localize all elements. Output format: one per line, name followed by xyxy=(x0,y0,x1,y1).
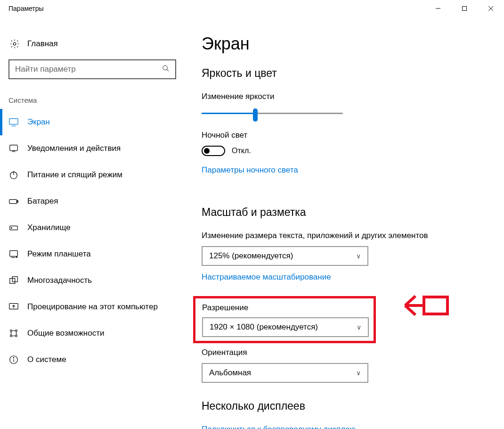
window-controls xyxy=(425,0,504,17)
chevron-down-icon: ∨ xyxy=(356,369,361,377)
svg-point-27 xyxy=(13,357,14,358)
scale-value: 125% (рекомендуется) xyxy=(209,251,293,261)
sidebar-item-multitask[interactable]: Многозадачность xyxy=(0,267,183,294)
svg-point-5 xyxy=(163,66,167,70)
page-title: Экран xyxy=(202,34,490,54)
svg-point-4 xyxy=(13,42,16,45)
about-icon xyxy=(8,355,19,365)
sidebar-item-label: Уведомления и действия xyxy=(27,144,121,153)
sidebar-item-project[interactable]: Проецирование на этот компьютер xyxy=(0,294,183,320)
toggle-knob xyxy=(204,148,210,154)
multi-displays-heading: Несколько дисплеев xyxy=(202,400,490,412)
orientation-select[interactable]: Альбомная ∨ xyxy=(202,363,368,383)
sidebar-item-notifications[interactable]: Уведомления и действия xyxy=(0,135,183,162)
svg-rect-9 xyxy=(10,145,18,151)
maximize-button[interactable] xyxy=(451,0,478,17)
resolution-select[interactable]: 1920 × 1080 (рекомендуется) ∨ xyxy=(202,317,369,337)
sidebar-item-label: Общие возможности xyxy=(27,329,104,338)
search-input[interactable] xyxy=(15,65,162,74)
battery-icon xyxy=(8,196,19,206)
sidebar-item-label: Режим планшета xyxy=(27,249,91,259)
svg-point-15 xyxy=(11,228,12,229)
project-icon xyxy=(8,302,19,312)
resolution-highlight: Разрешение 1920 × 1080 (рекомендуется) ∨ xyxy=(193,296,376,343)
sidebar-item-shared[interactable]: Общие возможности xyxy=(0,320,183,346)
sidebar-nav: Экран Уведомления и действия Питание и с… xyxy=(0,109,183,373)
svg-rect-16 xyxy=(10,251,18,256)
titlebar: Параметры xyxy=(0,0,504,17)
orientation-label: Ориентация xyxy=(202,348,490,357)
svg-rect-1 xyxy=(463,7,467,11)
night-light-label: Ночной свет xyxy=(202,131,490,140)
search-box[interactable] xyxy=(8,59,176,79)
sidebar: Главная Система Экран Уведомления и дейс… xyxy=(0,17,183,429)
custom-scaling-link[interactable]: Настраиваемое масштабирование xyxy=(202,272,331,282)
sidebar-group-label: Система xyxy=(8,96,183,104)
sidebar-item-label: Хранилище xyxy=(27,223,71,232)
svg-point-24 xyxy=(16,335,17,337)
sidebar-item-label: Экран xyxy=(27,117,50,127)
night-light-state: Откл. xyxy=(232,147,251,155)
svg-point-23 xyxy=(10,335,12,337)
notifications-icon xyxy=(8,143,19,154)
scale-label: Изменение размера текста, приложений и д… xyxy=(202,231,490,240)
sidebar-item-label: О системе xyxy=(27,355,66,364)
shared-icon xyxy=(8,328,19,338)
search-icon xyxy=(162,65,170,74)
chevron-down-icon: ∨ xyxy=(356,252,361,260)
sidebar-item-label: Многозадачность xyxy=(27,276,92,285)
chevron-down-icon: ∨ xyxy=(357,323,361,331)
orientation-value: Альбомная xyxy=(209,368,251,378)
sidebar-item-label: Питание и спящий режим xyxy=(27,170,122,180)
sidebar-item-about[interactable]: О системе xyxy=(0,346,183,373)
close-button[interactable] xyxy=(478,0,504,17)
svg-point-22 xyxy=(16,330,17,332)
wireless-display-link[interactable]: Подключиться к беспроводному дисплею xyxy=(202,425,356,429)
slider-thumb[interactable] xyxy=(253,108,258,122)
window-title: Параметры xyxy=(8,5,44,12)
svg-point-21 xyxy=(10,330,12,332)
sidebar-item-display[interactable]: Экран xyxy=(0,109,183,135)
sidebar-item-label: Проецирование на этот компьютер xyxy=(27,302,158,312)
sidebar-item-battery[interactable]: Батарея xyxy=(0,188,183,214)
brightness-slider[interactable] xyxy=(202,107,343,120)
resolution-value: 1920 × 1080 (рекомендуется) xyxy=(210,322,318,332)
svg-line-6 xyxy=(167,69,169,71)
storage-icon xyxy=(8,223,19,233)
brightness-slider-label: Изменение яркости xyxy=(202,92,490,101)
night-light-settings-link[interactable]: Параметры ночного света xyxy=(202,165,298,175)
scale-select[interactable]: 125% (рекомендуется) ∨ xyxy=(202,246,368,266)
sidebar-item-power[interactable]: Питание и спящий режим xyxy=(0,162,183,188)
tablet-icon xyxy=(8,249,19,259)
power-icon xyxy=(8,170,19,180)
sidebar-item-storage[interactable]: Хранилище xyxy=(0,214,183,241)
sidebar-item-tablet[interactable]: Режим планшета xyxy=(0,241,183,267)
svg-point-17 xyxy=(16,257,17,258)
annotation-arrow xyxy=(396,287,452,326)
main-content: Экран Яркость и цвет Изменение яркости Н… xyxy=(183,17,504,429)
gear-icon xyxy=(9,39,20,49)
multitask-icon xyxy=(8,275,19,286)
scale-heading: Масштаб и разметка xyxy=(202,206,490,219)
home-label: Главная xyxy=(27,39,58,49)
slider-fill xyxy=(202,113,255,114)
resolution-label: Разрешение xyxy=(202,303,367,313)
display-icon xyxy=(8,117,19,127)
minimize-button[interactable] xyxy=(425,0,451,17)
sidebar-item-label: Батарея xyxy=(27,197,58,206)
svg-rect-12 xyxy=(9,199,17,203)
home-button[interactable]: Главная xyxy=(9,39,183,49)
svg-rect-7 xyxy=(9,119,18,124)
svg-rect-13 xyxy=(17,200,18,203)
night-light-toggle[interactable] xyxy=(202,146,225,156)
brightness-heading: Яркость и цвет xyxy=(202,67,490,80)
